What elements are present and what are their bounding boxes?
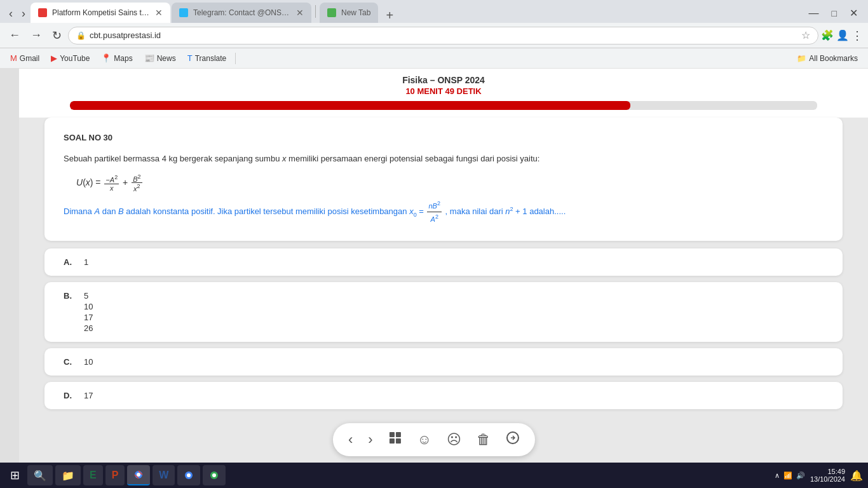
next-question-button[interactable]: › [365, 429, 375, 451]
bookmark-maps[interactable]: 📍 Maps [96, 51, 137, 65]
progress-track [70, 101, 817, 110]
tab-3-title: New Tab [341, 8, 370, 17]
extension-button[interactable]: 🧩 [821, 29, 834, 41]
bookmark-youtube-label: YouTube [60, 54, 90, 63]
option-a-content: 1 [84, 257, 88, 267]
all-bookmarks[interactable]: 📁 All Bookmarks [792, 52, 863, 65]
svg-point-8 [187, 473, 191, 477]
option-a-value: 1 [84, 257, 88, 267]
tab-2-title: Telegram: Contact @ONSP2024 [193, 8, 291, 17]
bookmark-news[interactable]: 📰 News [139, 51, 181, 65]
option-d-label: D. [64, 391, 74, 400]
tab-bar: ‹ › Platform Kompetisi Sains terbe... ✕ … [0, 0, 868, 23]
app2-icon [209, 470, 219, 480]
gmail-icon: M [10, 53, 17, 63]
option-a-label: A. [64, 257, 74, 267]
fraction-1: −A2 x [104, 174, 119, 192]
new-tab-button[interactable]: + [382, 8, 397, 23]
page-content: Fisika – ONSP 2024 10 MENIT 49 DETIK SOA… [0, 69, 868, 463]
delete-button[interactable]: 🗑 [474, 429, 493, 451]
option-d-value: 17 [84, 391, 93, 400]
exit-icon [506, 431, 520, 445]
bookmark-youtube[interactable]: ▶ YouTube [46, 51, 95, 65]
maximize-button[interactable]: □ [827, 6, 842, 20]
option-d-card[interactable]: D. 17 [44, 382, 843, 409]
option-c-content: 10 [84, 357, 93, 367]
url-bar[interactable]: 🔒 cbt.pusatprestasi.id ☆ [68, 27, 818, 44]
address-bar: ← → ↻ 🔒 cbt.pusatprestasi.id ☆ 🧩 👤 ⋮ [0, 23, 868, 48]
fraction-x0: nB2 A2 [427, 199, 441, 226]
close-button[interactable]: ✕ [844, 6, 863, 20]
svg-rect-2 [390, 438, 395, 444]
maps-icon: 📍 [101, 53, 111, 63]
tab-2[interactable]: Telegram: Contact @ONSP2024 ✕ [172, 3, 311, 23]
chrome2-icon [184, 470, 194, 480]
news-icon: 📰 [144, 53, 154, 63]
tab-forward-btn[interactable]: › [18, 4, 29, 23]
reload-button[interactable]: ↻ [48, 26, 65, 45]
progress-container [19, 96, 868, 118]
taskbar-excel[interactable]: E [83, 465, 103, 485]
option-c-label: C. [64, 357, 74, 367]
start-button[interactable]: ⊞ [5, 466, 25, 485]
grid-view-button[interactable] [386, 428, 405, 451]
taskbar-chevron-icon[interactable]: ∧ [775, 471, 780, 480]
tab-1[interactable]: Platform Kompetisi Sains terbe... ✕ [31, 3, 170, 23]
tab-2-close[interactable]: ✕ [296, 8, 304, 18]
option-c-card[interactable]: C. 10 [44, 348, 843, 376]
taskbar-word[interactable]: W [153, 465, 175, 485]
svg-rect-0 [390, 432, 395, 437]
tab-separator [315, 5, 316, 18]
clock-time: 15:49 [810, 468, 845, 475]
chrome-menu-button[interactable]: ⋮ [851, 29, 863, 43]
taskbar-app2[interactable] [203, 465, 226, 485]
option-b-label: B. [64, 291, 74, 301]
tab-1-title: Platform Kompetisi Sains terbe... [52, 8, 150, 17]
sad-emotion-button[interactable]: ☹ [444, 429, 464, 451]
option-d-content: 17 [84, 391, 93, 400]
taskbar-file-explorer[interactable]: 📁 [55, 465, 81, 485]
taskbar-right: ∧ 📶 🔊 15:49 13/10/2024 🔔 [775, 468, 863, 483]
svg-point-6 [137, 473, 140, 477]
youtube-icon: ▶ [51, 53, 57, 63]
chrome-icon [133, 470, 144, 480]
profile-button[interactable]: 👤 [836, 29, 849, 41]
exit-button[interactable] [503, 428, 522, 451]
bookmark-star-button[interactable]: ☆ [801, 29, 810, 41]
option-a-card[interactable]: A. 1 [44, 248, 843, 276]
option-b-value-1: 5 [84, 291, 93, 301]
tab-back-btn[interactable]: ‹ [5, 4, 17, 23]
taskbar: ⊞ 🔍 📁 E P W ∧ [0, 463, 868, 488]
grid-icon [388, 431, 402, 445]
sidebar-hint [0, 69, 19, 463]
svg-point-10 [212, 473, 216, 477]
question-detail: Dimana A dan B adalah konstanta positif.… [64, 199, 824, 226]
bookmark-gmail[interactable]: M Gmail [5, 51, 44, 65]
main-area: Fisika – ONSP 2024 10 MENIT 49 DETIK SOA… [19, 69, 868, 463]
prev-question-button[interactable]: ‹ [346, 429, 355, 451]
tab-1-close[interactable]: ✕ [155, 8, 163, 18]
bookmark-maps-label: Maps [114, 54, 132, 63]
question-text: Sebuah partikel bermassa 4 kg bergerak s… [64, 152, 824, 166]
lock-icon: 🔒 [76, 31, 86, 40]
svg-rect-3 [396, 438, 401, 444]
taskbar-search[interactable]: 🔍 [27, 465, 53, 485]
forward-button[interactable]: → [27, 26, 46, 44]
card-area: SOAL NO 30 Sebuah partikel bermassa 4 kg… [19, 118, 868, 463]
back-button[interactable]: ← [5, 26, 24, 44]
question-card: SOAL NO 30 Sebuah partikel bermassa 4 kg… [44, 118, 843, 241]
notification-button[interactable]: 🔔 [850, 470, 863, 482]
taskbar-time: 15:49 13/10/2024 [810, 468, 845, 483]
bookmark-translate[interactable]: T Translate [182, 51, 232, 65]
happy-emotion-button[interactable]: ☺ [415, 429, 434, 451]
math-formula: U(x) = −A2 x + B2 x2 [76, 173, 824, 193]
taskbar-chrome2[interactable] [177, 465, 200, 485]
quiz-title: Fisika – ONSP 2024 [32, 75, 855, 85]
translate-icon: T [187, 53, 193, 63]
taskbar-chrome[interactable] [127, 465, 150, 485]
option-b-card[interactable]: B. 5 10 17 26 [44, 282, 843, 342]
bookmarks-separator [235, 53, 236, 64]
tab-3[interactable]: New Tab [320, 3, 378, 23]
taskbar-powerpoint[interactable]: P [105, 465, 125, 485]
minimize-button[interactable]: — [804, 6, 824, 20]
